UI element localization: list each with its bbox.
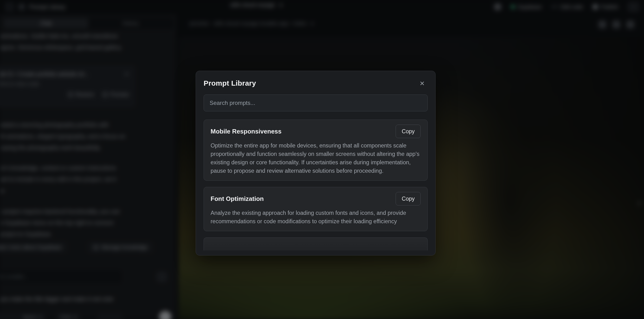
prompt-list: Mobile Responsiveness Copy Optimize the … (204, 120, 428, 250)
copy-button[interactable]: Copy (396, 124, 421, 138)
prompt-body: Analyze the existing approach for loadin… (210, 209, 421, 226)
prompt-card: Font Optimization Copy Analyze the exist… (204, 187, 428, 231)
search-prompts-input[interactable] (204, 94, 428, 112)
prompt-card-partial (204, 238, 428, 250)
copy-button[interactable]: Copy (396, 192, 421, 206)
prompt-title: Mobile Responsiveness (210, 128, 282, 135)
prompt-card: Mobile Responsiveness Copy Optimize the … (204, 120, 428, 181)
close-icon[interactable]: ✕ (418, 80, 426, 87)
prompt-body: Optimize the entire app for mobile devic… (210, 142, 421, 175)
prompt-library-modal: Prompt Library ✕ Mobile Responsiveness C… (196, 71, 436, 256)
prompt-title: Font Optimization (210, 195, 264, 202)
modal-title: Prompt Library (204, 79, 256, 87)
app-window: Prompt Library wife-cloud-voyage ∨ Supab… (0, 0, 644, 319)
